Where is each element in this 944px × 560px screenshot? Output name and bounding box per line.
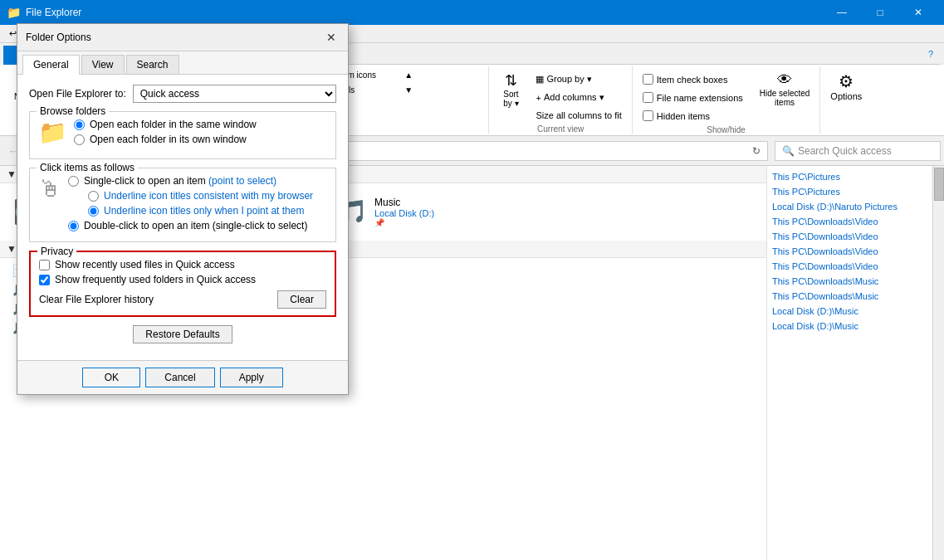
ribbon-group-show-hide: Item check boxes File name extensions Hi… [633,66,821,134]
path-1[interactable]: This PC\Pictures [770,184,929,199]
underline-browser-label: Underline icon titles consistent with my… [104,190,313,202]
help-button[interactable]: ? [921,43,941,65]
item-check-boxes-checkbox[interactable] [643,74,653,85]
add-columns-button[interactable]: + Add columns ▾ [531,90,626,105]
double-click-label: Double-click to open an item (single-cli… [84,220,307,231]
scrollbar[interactable] [932,166,944,560]
hide-selected-label: Hide selecteditems [760,89,810,107]
browse-same-window-radio[interactable] [74,119,85,130]
file-name-extensions-checkbox[interactable] [643,92,653,103]
title-bar-controls: — □ ✕ [823,0,937,25]
path-3[interactable]: This PC\Downloads\Video [770,214,929,229]
privacy-section: Privacy Show recently used files in Quic… [29,251,336,317]
close-button[interactable]: ✕ [899,0,937,25]
recent-files-checkbox[interactable] [39,260,50,270]
underline-point-radio[interactable] [88,206,99,217]
group-by-button[interactable]: ▦ Group by ▾ [531,71,626,87]
dialog-tab-search[interactable]: Search [126,55,179,74]
music-pin: 📌 [374,218,434,227]
hide-selected-button[interactable]: 👁 Hide selecteditems [755,68,815,110]
underline-point-row: Underline icon titles only when I point … [88,205,327,217]
browse-same-window-label[interactable]: Open each folder in the same window [90,119,257,130]
main-area: ▼ Frequent folders (1) 💽 Local Disk (D:)… [0,166,944,560]
path-7[interactable]: This PC\Downloads\Music [770,274,929,289]
disk-item-music[interactable]: 🎵 Music Local Disk (D:) 📌 [335,193,485,231]
show-hide-group-label: Show/hide [707,124,746,134]
music-info: Music Local Disk (D:) 📌 [374,197,434,227]
recent-files-label[interactable]: Show recently used files in Quick access [55,259,235,270]
ribbon-group-current-view: ⇅ Sortby ▾ ▦ Group by ▾ + Add columns ▾ … [489,66,632,134]
click-items-icon: 🖱 [38,175,61,202]
sort-by-button[interactable]: ⇅ Sortby ▾ [494,68,527,111]
single-click-label: Single-click to open an item (point to s… [84,175,276,187]
options-button[interactable]: ⚙ Options [825,68,867,105]
title-bar-title: File Explorer [26,7,823,18]
open-explorer-label: Open File Explorer to: [29,88,126,100]
browse-folder-icon: 📁 [38,119,67,146]
path-5[interactable]: This PC\Downloads\Video [770,244,929,259]
click-single-radio-row: Single-click to open an item (point to s… [68,175,327,187]
restore-defaults-button[interactable]: Restore Defaults [133,325,232,343]
frequent-folders-row: Show frequently used folders in Quick ac… [39,274,326,285]
path-6[interactable]: This PC\Downloads\Video [770,259,929,274]
dialog-tabs: General View Search [17,51,348,75]
item-check-boxes-label[interactable]: Item check boxes [638,71,748,87]
ok-button[interactable]: OK [82,368,140,387]
dialog-title-bar: Folder Options ✕ [17,24,348,51]
options-label: Options [830,91,862,101]
search-bar[interactable]: 🔍 Search Quick access [775,141,941,161]
right-panel: This PC\Pictures This PC\Pictures Local … [766,166,932,560]
title-bar-icon: 📁 [7,6,21,19]
browse-radio-row-1: Open each folder in the same window [74,119,257,130]
search-icon: 🔍 [782,145,795,157]
maximize-button[interactable]: □ [861,0,899,25]
dialog-body: Open File Explorer to: Quick access This… [17,75,348,360]
hidden-items-checkbox[interactable] [643,110,653,121]
dialog-close-button[interactable]: ✕ [323,29,340,46]
size-columns-button[interactable]: Size all columns to fit [531,108,626,123]
file-name-extensions-label[interactable]: File name extensions [638,90,748,105]
frequent-folders-label[interactable]: Show frequently used folders in Quick ac… [55,274,256,285]
path-2[interactable]: Local Disk (D:)\Naruto Pictures [770,199,929,214]
click-items-section: Click items as follows 🖱 Single-click to… [29,168,336,242]
path-4[interactable]: This PC\Downloads\Video [770,229,929,244]
browse-radio-row-2: Open each folder in its own window [74,134,257,145]
dialog-tab-general[interactable]: General [22,55,80,75]
size-columns-label: Size all columns to fit [536,110,621,120]
double-click-radio[interactable] [68,221,79,231]
double-click-radio-row: Double-click to open an item (single-cli… [68,220,327,231]
browse-own-window-radio[interactable] [74,134,85,145]
clear-history-label: Clear File Explorer history [39,294,154,305]
apply-button[interactable]: Apply [220,368,283,387]
frequent-folders-checkbox[interactable] [39,275,50,285]
dialog-title: Folder Options [26,32,91,43]
single-click-radio[interactable] [68,176,79,187]
path-9[interactable]: Local Disk (D:)\Music [770,304,929,319]
recent-expand-icon[interactable]: ▼ [7,243,17,255]
clear-button[interactable]: Clear [277,290,326,309]
section-expand-icon[interactable]: ▼ [7,168,17,180]
open-explorer-select[interactable]: Quick access This PC [133,85,336,103]
path-10[interactable]: Local Disk (D:)\Music [770,319,929,334]
clear-history-row: Clear File Explorer history Clear [39,290,326,309]
refresh-button[interactable]: ↻ [752,145,761,157]
browse-own-window-label[interactable]: Open each folder in its own window [90,134,247,145]
options-icon: ⚙ [839,71,854,91]
hide-selected-icon: 👁 [777,71,792,89]
add-columns-label: Add columns ▾ [544,92,604,103]
minimize-button[interactable]: — [823,0,861,25]
path-0[interactable]: This PC\Pictures [770,169,929,184]
underline-point-label: Underline icon titles only when I point … [104,205,304,217]
sort-icon: ⇅ [505,71,517,90]
dialog-tab-view[interactable]: View [81,55,125,74]
scroll-down[interactable]: ▼ [399,83,483,97]
underline-browser-radio[interactable] [88,191,99,202]
path-8[interactable]: This PC\Downloads\Music [770,289,929,304]
cancel-button[interactable]: Cancel [145,368,214,387]
underline-browser-row: Underline icon titles consistent with my… [88,190,327,202]
search-placeholder: Search Quick access [798,145,892,157]
hidden-items-label[interactable]: Hidden items [638,108,748,124]
scroll-up[interactable]: ▲ [399,68,483,82]
current-view-group-label: Current view [537,123,584,134]
browse-folders-section: Browse folders 📁 Open each folder in the… [29,111,336,159]
